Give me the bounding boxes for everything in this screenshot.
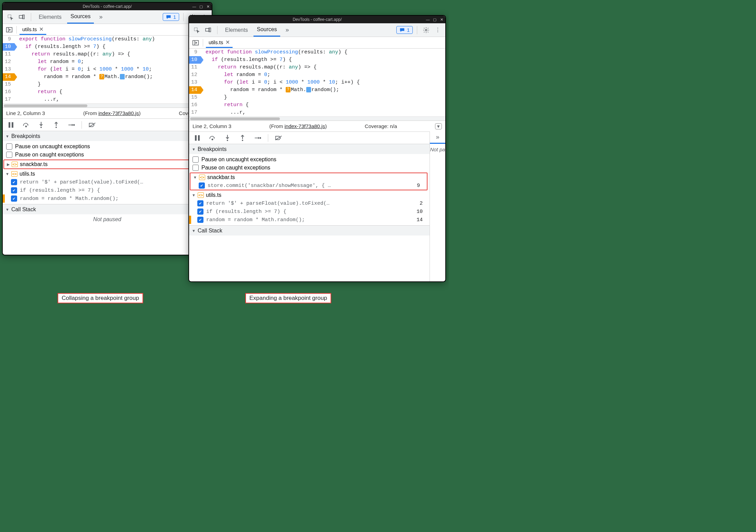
callstack-pane-header[interactable]: ▼ Call Stack [189,225,430,236]
device-mode-icon[interactable] [17,12,27,22]
breakpoints-pane-header[interactable]: ▼ Breakpoints [3,131,212,141]
expand-icon[interactable]: ▶ [7,162,10,167]
checkbox-unchecked[interactable] [6,152,12,158]
more-menu-icon[interactable]: ⋮ [433,25,443,35]
collapse-icon[interactable]: ▼ [193,175,197,179]
breakpoints-pane-header[interactable]: ▼ Breakpoints [189,144,430,154]
settings-icon[interactable] [421,25,431,35]
breakpoint-row[interactable]: ✔ return '$' + parseFloat(value).toFixed… [3,178,212,186]
more-tabs-icon[interactable]: » [282,25,292,35]
breakpoint-group-snackbar[interactable]: ▼ <> snackbar.ts [190,173,427,181]
breakpoint-row[interactable]: ✔ if (results.length >= 7) { 10 [189,207,430,216]
close-tab-icon[interactable]: ✕ [225,39,230,46]
checkbox-checked[interactable]: ✔ [11,187,17,193]
step-into-icon[interactable] [36,120,46,130]
breakpoint-row[interactable]: ✔ return '$' + parseFloat(value).toFixed… [189,199,430,207]
checkbox-unchecked[interactable] [193,165,199,171]
step-out-icon[interactable] [238,133,247,143]
pause-uncaught-row[interactable]: Pause on uncaught exceptions [189,155,430,164]
breakpoint-row[interactable]: ✔ random = random * Math.random(); 14 [3,194,212,203]
breakpoint-group-snackbar[interactable]: ▶ <> snackbar.ts [4,160,210,168]
checkbox-checked[interactable]: ✔ [197,217,203,223]
tab-sources[interactable]: Sources [253,24,281,37]
step-into-icon[interactable] [223,133,232,143]
checkbox-checked[interactable]: ✔ [11,179,17,185]
step-over-icon[interactable] [208,133,217,143]
minimize-icon[interactable]: — [425,17,430,22]
inspect-element-icon[interactable] [192,25,201,35]
pause-uncaught-row[interactable]: Pause on uncaught exceptions [3,142,212,151]
pause-icon[interactable] [6,120,16,130]
maximize-icon[interactable]: ▢ [432,17,437,22]
file-tab-utils[interactable]: utils.ts ✕ [20,25,46,35]
issues-chip[interactable]: 1 [396,26,413,34]
horizontal-scrollbar[interactable] [3,103,212,107]
breakpoint-row[interactable]: ✔ store.commit('snackbar/showMessage', {… [190,181,427,190]
coverage-dropdown-icon[interactable]: ▾ [435,123,442,129]
main-toolbar: Elements Sources » 1 ⋮ [189,23,445,37]
breakpoint-row[interactable]: ✔ if (results.length >= 7) { 10 [3,186,212,194]
pause-icon[interactable] [193,133,202,143]
file-name: snackbar.ts [20,161,48,167]
file-tab-utils[interactable]: utils.ts ✕ [206,38,233,48]
breakpoint-group-utils[interactable]: ▼ <> utils.ts [189,191,430,199]
issues-count: 1 [407,27,410,33]
debugger-toolbar [3,118,212,131]
svg-rect-21 [198,135,200,141]
breakpoint-row[interactable]: ✔ random = random * Math.random(); 14 [189,216,430,224]
pause-caught-row[interactable]: Pause on caught exceptions [3,151,212,159]
checkbox-checked[interactable]: ✔ [197,208,203,215]
checkbox-checked[interactable]: ✔ [199,182,205,189]
checkbox-unchecked[interactable] [6,143,12,150]
close-tab-icon[interactable]: ✕ [39,26,44,33]
not-paused-label: Not paused [3,214,212,225]
breakpoint-group-utils[interactable]: ▼ <> utils.ts [3,170,212,178]
svg-point-26 [260,137,261,138]
minimize-icon[interactable]: — [192,4,197,9]
svg-point-24 [242,140,243,141]
tab-sources[interactable]: Sources [67,11,94,24]
tab-elements[interactable]: Elements [35,11,65,24]
maximize-icon[interactable]: ▢ [199,4,203,9]
close-icon[interactable]: ✕ [439,17,444,22]
breakpoints-pane: Pause on uncaught exceptions Pause on ca… [3,141,212,204]
checkbox-checked[interactable]: ✔ [11,195,17,202]
more-panes-icon[interactable]: » [433,132,443,142]
device-mode-icon[interactable] [203,25,213,35]
breakpoint-text: random = random * Math.random(); [206,217,305,223]
step-over-icon[interactable] [21,120,31,130]
navigator-toggle-icon[interactable] [191,38,200,47]
inspect-element-icon[interactable] [5,12,15,22]
navigator-toggle-icon[interactable] [5,25,14,34]
collapse-icon[interactable]: ▼ [192,193,196,197]
step-icon[interactable] [253,133,262,143]
step-icon[interactable] [66,120,76,130]
tab-elements[interactable]: Elements [222,24,251,37]
divider [31,13,31,21]
callstack-pane-header[interactable]: ▼ Call Stack [3,204,212,214]
horizontal-scrollbar[interactable] [189,116,445,121]
pane-title: Breakpoints [198,146,227,152]
step-out-icon[interactable] [51,120,61,130]
checkbox-checked[interactable]: ✔ [197,200,203,206]
coverage-label: Coverage: n/a [365,123,397,129]
collapse-icon[interactable]: ▼ [5,172,9,176]
issues-count: 1 [173,14,176,20]
pause-caught-row[interactable]: Pause on caught exceptions [189,164,430,172]
source-map-link[interactable]: index-73f73a80.js [98,110,139,116]
deactivate-breakpoints-icon[interactable] [87,120,97,130]
collapse-icon: ▼ [5,207,9,212]
checkbox-unchecked[interactable] [193,156,199,163]
more-tabs-icon[interactable]: » [96,12,106,22]
code-editor[interactable]: 91011121314151617export function slowPro… [189,49,445,116]
file-type-icon: <> [198,192,204,198]
file-name: utils.ts [20,171,35,177]
divider [217,26,218,34]
code-editor[interactable]: 91011121314151617export function slowPro… [3,36,212,103]
deactivate-breakpoints-icon[interactable] [274,133,283,143]
source-map-link[interactable]: index-73f73a80.js [285,123,325,129]
titlebar: DevTools - coffee-cart.app/ — ▢ ✕ [3,3,212,10]
close-icon[interactable]: ✕ [206,4,210,9]
issues-chip[interactable]: 1 [163,13,179,21]
not-paused-label-clipped: Not pa [430,144,445,152]
